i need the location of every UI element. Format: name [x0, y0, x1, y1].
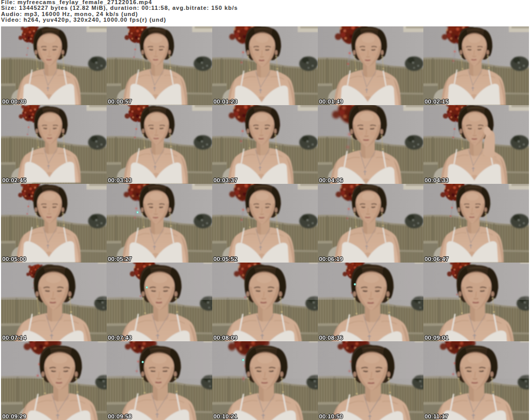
svg-text:00:02:45: 00:02:45	[3, 177, 27, 183]
svg-text:00:01:49: 00:01:49	[319, 98, 343, 105]
svg-text:00:04:33: 00:04:33	[424, 177, 449, 183]
svg-text:00:05:52: 00:05:52	[213, 255, 238, 262]
svg-text:00:03:37: 00:03:37	[213, 177, 238, 183]
svg-text:00:09:29: 00:09:29	[3, 413, 27, 419]
svg-text:00:00:30: 00:00:30	[3, 98, 27, 105]
svg-text:00:08:36: 00:08:36	[319, 334, 343, 341]
svg-text:00:00:57: 00:00:57	[108, 98, 132, 105]
svg-text:00:03:13: 00:03:13	[108, 177, 132, 183]
svg-text:00:02:15: 00:02:15	[424, 98, 449, 105]
svg-text:00:10:50: 00:10:50	[319, 413, 343, 419]
svg-text:00:10:21: 00:10:21	[213, 413, 238, 419]
svg-text:00:08:09: 00:08:09	[213, 334, 238, 341]
svg-text:00:04:06: 00:04:06	[319, 177, 343, 183]
svg-text:00:09:58: 00:09:58	[108, 413, 132, 419]
svg-text:00:07:14: 00:07:14	[3, 334, 27, 341]
svg-text:00:06:47: 00:06:47	[424, 255, 449, 262]
svg-text:00:05:00: 00:05:00	[3, 255, 27, 262]
svg-text:00:01:23: 00:01:23	[213, 98, 238, 105]
svg-text:00:05:27: 00:05:27	[108, 255, 132, 262]
svg-text:00:11:17: 00:11:17	[424, 413, 448, 419]
svg-text:00:09:01: 00:09:01	[424, 334, 449, 341]
svg-text:00:07:43: 00:07:43	[108, 334, 132, 341]
svg-text:00:06:19: 00:06:19	[319, 255, 343, 262]
